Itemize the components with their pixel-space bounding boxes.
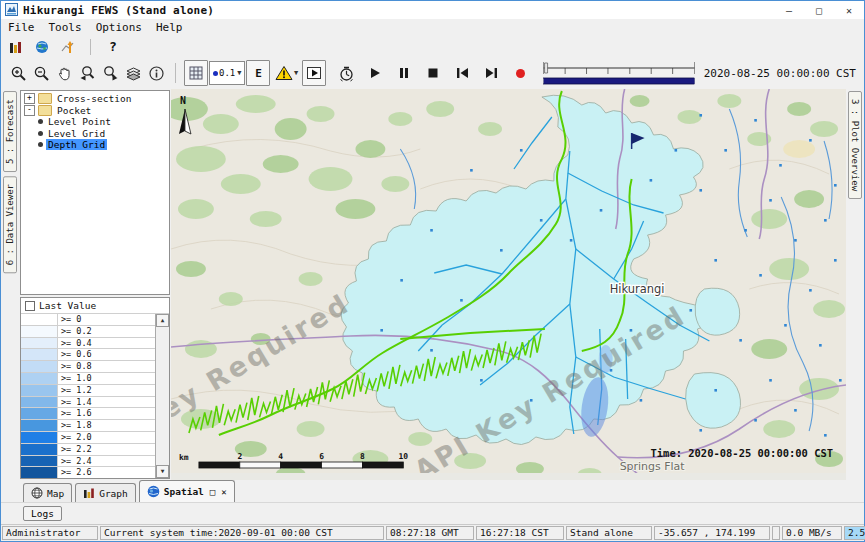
play-button[interactable] — [364, 61, 386, 85]
animation-box-button[interactable] — [302, 60, 326, 86]
legend-row[interactable]: >= 1.2 — [21, 385, 155, 397]
menu-options[interactable]: Options — [96, 21, 142, 34]
tree-label: Pocket — [55, 105, 93, 116]
legend-label: >= 2.2 — [58, 444, 92, 455]
legend-row[interactable]: >= 1.8 — [21, 420, 155, 432]
legend-row[interactable]: >= 1.0 — [21, 373, 155, 385]
legend-row[interactable]: >= 2.4 — [21, 456, 155, 468]
tree-node-cross-section[interactable]: +Cross-section — [21, 93, 169, 105]
legend-swatch — [21, 361, 58, 372]
tab-spatial[interactable]: Spatial □ ✕ — [139, 480, 235, 502]
side-tab-3-plot-overview[interactable]: 3 : Plot Overview — [848, 91, 862, 199]
chevron-down-icon: ▼ — [294, 69, 298, 77]
map-view[interactable]: API Key Required API Key Required Hikura… — [171, 89, 846, 480]
side-tab-6-data-viewer[interactable]: 6 : Data Viewer — [3, 176, 17, 273]
grid-toggle-button[interactable] — [184, 60, 208, 86]
timer-icon[interactable] — [335, 61, 357, 85]
legend-row[interactable]: >= 2.0 — [21, 432, 155, 444]
legend-row[interactable]: >= 0 — [21, 314, 155, 326]
zoom-in-icon[interactable] — [7, 61, 29, 85]
legend-label: >= 2.6 — [58, 467, 92, 478]
legend-row[interactable]: >= 0.4 — [21, 338, 155, 350]
left-panel: +Cross-section-PocketLevel PointLevel Gr… — [19, 89, 171, 480]
legend-row[interactable]: >= 2.2 — [21, 444, 155, 456]
tree-expander-icon[interactable]: + — [24, 93, 35, 104]
zoom-out-icon[interactable] — [30, 61, 52, 85]
main-area: 5 : Forecast6 : Data Viewer +Cross-secti… — [1, 89, 864, 480]
database-icon[interactable] — [6, 38, 26, 56]
tab-map[interactable]: Map — [23, 483, 72, 502]
legend-label: >= 0.8 — [58, 361, 92, 372]
menu-tools[interactable]: Tools — [49, 21, 82, 34]
time-slider[interactable] — [542, 59, 696, 87]
status-cell-2: 08:27:18 GMT — [386, 526, 474, 540]
info-icon[interactable] — [145, 61, 167, 85]
legend-label: >= 0.2 — [58, 326, 92, 337]
legend-swatch — [21, 373, 58, 384]
timeseries-icon[interactable] — [58, 38, 78, 56]
skip-start-button[interactable] — [451, 61, 473, 85]
float-panel-icon[interactable]: □ — [210, 487, 215, 497]
map-canvas: API Key Required API Key Required Hikura… — [171, 89, 846, 473]
legend-row[interactable]: >= 0.6 — [21, 349, 155, 361]
map-time-label: Time: 2020-08-25 00:00:00 CST — [651, 447, 834, 459]
legend-label: >= 1.2 — [58, 385, 92, 396]
window-title: Hikurangi FEWS (Stand alone) — [23, 4, 214, 17]
toolbar-separator — [175, 63, 176, 83]
scroll-up-icon[interactable]: ▲ — [156, 314, 169, 327]
legend-label: >= 2.4 — [58, 456, 92, 467]
zoom-previous-icon[interactable] — [76, 61, 98, 85]
pause-button[interactable] — [393, 61, 415, 85]
record-button[interactable] — [509, 61, 531, 85]
minimize-button[interactable]: — — [774, 1, 804, 19]
legend-label: >= 1.8 — [58, 420, 92, 431]
legend-row[interactable]: >= 1.4 — [21, 397, 155, 409]
legend-row[interactable]: >= 1.6 — [21, 408, 155, 420]
legend-row[interactable]: >= 0.8 — [21, 361, 155, 373]
time-slider-thumb — [545, 63, 548, 73]
maximize-button[interactable]: □ — [804, 1, 834, 19]
side-tab-5-forecast[interactable]: 5 : Forecast — [3, 91, 17, 172]
menu-help[interactable]: Help — [156, 21, 183, 34]
skip-end-button[interactable] — [480, 61, 502, 85]
tree-node-level-grid[interactable]: Level Grid — [21, 128, 169, 140]
tree-expander-icon[interactable]: - — [24, 105, 35, 116]
help-button[interactable]: ? — [103, 38, 123, 56]
tree-label: Depth Grid — [46, 139, 107, 150]
pan-hand-icon[interactable] — [53, 61, 75, 85]
globe-icon[interactable] — [32, 38, 52, 56]
layers-icon[interactable] — [122, 61, 144, 85]
last-value-checkbox[interactable] — [25, 301, 35, 311]
title-bar: Hikurangi FEWS (Stand alone) — □ ✕ — [1, 1, 864, 19]
svg-text:6: 6 — [319, 452, 324, 461]
tree-node-pocket[interactable]: -Pocket — [21, 105, 169, 117]
legend-row[interactable]: >= 2.6 — [21, 467, 155, 478]
tree-node-level-point[interactable]: Level Point — [21, 116, 169, 128]
tab-graph[interactable]: Graph — [75, 483, 136, 502]
legend-scrollbar[interactable]: ▲ ▼ — [155, 314, 169, 478]
menu-file[interactable]: File — [8, 21, 35, 34]
close-button[interactable]: ✕ — [834, 1, 864, 19]
interval-value: 0.1 — [219, 68, 235, 78]
tree-node-depth-grid[interactable]: Depth Grid — [21, 139, 169, 151]
layer-tree: +Cross-section-PocketLevel PointLevel Gr… — [20, 90, 170, 295]
scroll-down-icon[interactable]: ▼ — [156, 465, 169, 478]
bottom-tab-bar: Map Graph Spatial □ ✕ — [1, 480, 864, 502]
status-cell-0: Administrator — [2, 526, 98, 540]
logs-button[interactable]: Logs — [23, 506, 62, 521]
status-cell-5: -35.657 , 174.199 — [654, 526, 770, 540]
warning-dropdown[interactable]: ▼ — [271, 61, 301, 85]
legend-toggle-button[interactable]: E — [246, 60, 270, 86]
legend-row[interactable]: >= 0.2 — [21, 326, 155, 338]
svg-text:4: 4 — [278, 452, 283, 461]
close-panel-icon[interactable]: ✕ — [221, 487, 226, 497]
legend-swatch — [21, 456, 58, 467]
stop-button[interactable] — [422, 61, 444, 85]
zoom-next-icon[interactable] — [99, 61, 121, 85]
svg-text:2: 2 — [237, 452, 242, 461]
bullet-icon — [38, 119, 43, 124]
status-cell-4: Stand alone — [566, 526, 652, 540]
interval-dropdown[interactable]: 0.1 ▼ — [209, 61, 245, 85]
legend-list: >= 0>= 0.2>= 0.4>= 0.6>= 0.8>= 1.0>= 1.2… — [21, 314, 155, 478]
svg-text:N: N — [180, 95, 186, 106]
